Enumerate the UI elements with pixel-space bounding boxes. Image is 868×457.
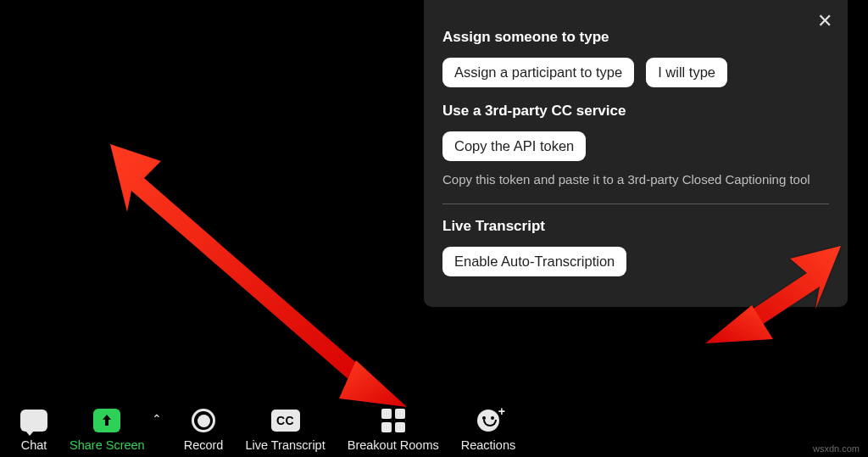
third-party-heading: Use a 3rd-party CC service	[442, 103, 829, 120]
record-label: Record	[184, 438, 224, 452]
chat-button[interactable]: Chat	[20, 408, 47, 452]
watermark-text: wsxdn.com	[813, 443, 860, 454]
annotation-arrow-left	[110, 144, 407, 419]
annotation-arrow-right	[705, 246, 841, 351]
third-party-section: Use a 3rd-party CC service Copy the API …	[442, 103, 829, 188]
reactions-label: Reactions	[461, 438, 515, 452]
assign-participant-button[interactable]: Assign a participant to type	[442, 58, 634, 87]
close-icon[interactable]: ✕	[817, 12, 832, 31]
third-party-description: Copy this token and paste it to a 3rd-pa…	[442, 171, 829, 188]
reactions-icon	[477, 410, 499, 432]
copy-api-token-button[interactable]: Copy the API token	[442, 131, 586, 161]
assign-section: Assign someone to type Assign a particip…	[442, 29, 829, 87]
assign-heading: Assign someone to type	[442, 29, 829, 46]
chat-icon	[20, 410, 47, 432]
chat-label: Chat	[21, 438, 47, 452]
live-transcript-label: Live Transcript	[245, 438, 325, 452]
svg-marker-0	[110, 144, 373, 392]
live-transcript-heading: Live Transcript	[442, 218, 829, 235]
breakout-rooms-label: Breakout Rooms	[348, 438, 439, 452]
enable-auto-transcription-button[interactable]: Enable Auto-Transcription	[442, 247, 626, 276]
reactions-button[interactable]: + Reactions	[461, 408, 515, 452]
plus-icon: +	[498, 404, 505, 418]
share-screen-label: Share Screen	[70, 438, 145, 452]
i-will-type-button[interactable]: I will type	[646, 58, 727, 87]
divider	[442, 203, 829, 204]
